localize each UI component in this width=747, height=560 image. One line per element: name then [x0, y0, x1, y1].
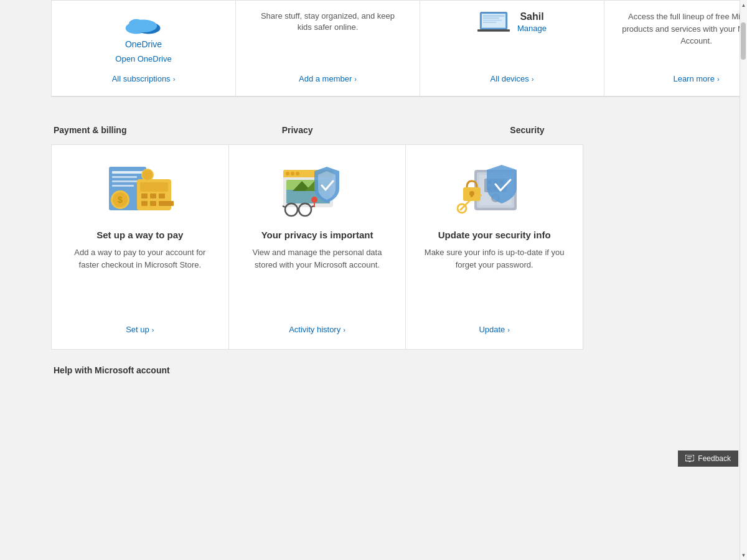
- security-illustration: [457, 157, 532, 220]
- svg-rect-14: [112, 180, 140, 182]
- privacy-header: Privacy: [280, 125, 313, 135]
- privacy-card: Your privacy is important View and manag…: [228, 144, 406, 350]
- devices-card-content: Sahil Manage: [477, 11, 547, 34]
- activity-history-link[interactable]: Activity history ›: [289, 325, 345, 334]
- onedrive-icon: [125, 11, 162, 35]
- family-card-content: Share stuff, stay organized, and keep ki…: [253, 11, 403, 33]
- section-headers-row: Payment & billing Privacy Security: [51, 112, 736, 144]
- svg-point-35: [291, 172, 294, 175]
- svg-rect-25: [159, 201, 174, 206]
- scroll-up-arrow[interactable]: ▲: [740, 0, 748, 10]
- svg-rect-9: [483, 22, 497, 23]
- svg-rect-7: [483, 17, 499, 19]
- microsoft-description: Access the full lineup of free Microsoft…: [622, 11, 748, 47]
- manage-link[interactable]: Manage: [517, 24, 547, 33]
- payment-card: $ Set up a way to pay Add a way to pay t…: [51, 144, 228, 350]
- svg-rect-20: [141, 194, 148, 198]
- svg-marker-70: [688, 461, 691, 462]
- chevron-icon: ›: [173, 75, 176, 83]
- microsoft-account-card: Access the full lineup of free Microsoft…: [604, 0, 747, 96]
- add-member-link[interactable]: Add a member ›: [299, 74, 357, 83]
- onedrive-card: OneDrive Open OneDrive All subscriptions…: [51, 0, 235, 96]
- security-card-heading: Update your security info: [438, 230, 551, 240]
- svg-rect-6: [483, 16, 505, 17]
- svg-rect-23: [141, 201, 148, 206]
- onedrive-service-name: OneDrive: [125, 39, 162, 49]
- top-cards-row: OneDrive Open OneDrive All subscriptions…: [51, 0, 747, 97]
- security-card-desc: Make sure your info is up-to-date if you…: [423, 246, 566, 320]
- chevron-icon: ›: [717, 75, 720, 83]
- main-content: OneDrive Open OneDrive All subscriptions…: [0, 0, 747, 376]
- payment-illustration: $: [103, 157, 177, 220]
- feedback-label: Feedback: [698, 454, 731, 463]
- svg-rect-8: [483, 20, 502, 21]
- help-section: Help with Microsoft account: [51, 365, 738, 376]
- all-subscriptions-link[interactable]: All subscriptions ›: [112, 74, 176, 83]
- svg-point-3: [129, 19, 144, 30]
- payment-billing-header: Payment & billing: [51, 125, 126, 135]
- svg-rect-21: [150, 194, 156, 198]
- device-name-label: Sahil: [517, 11, 547, 22]
- svg-rect-24: [150, 201, 156, 206]
- privacy-card-heading: Your privacy is important: [261, 230, 374, 240]
- privacy-illustration: [280, 157, 355, 220]
- scroll-down-arrow[interactable]: ▼: [740, 550, 748, 560]
- payment-card-heading: Set up a way to pay: [96, 230, 183, 240]
- onedrive-card-content: OneDrive Open OneDrive: [115, 11, 171, 63]
- family-card: Share stuff, stay organized, and keep ki…: [235, 0, 420, 96]
- devices-card: Sahil Manage All devices ›: [420, 0, 604, 96]
- chevron-icon: ›: [507, 326, 510, 334]
- svg-point-41: [311, 197, 317, 203]
- bottom-cards-row: $ Set up a way to pay Add a way to pay t…: [51, 144, 583, 350]
- payment-card-desc: Add a way to pay to your account for fas…: [68, 246, 212, 320]
- open-onedrive-link[interactable]: Open OneDrive: [115, 54, 171, 63]
- page-wrapper: ▲ ▼ OneDrive Open O: [0, 0, 747, 560]
- device-info: Sahil Manage: [517, 11, 547, 34]
- scroll-track: [740, 10, 747, 550]
- security-card: Update your security info Make sure your…: [405, 144, 583, 350]
- svg-point-36: [296, 172, 299, 175]
- feedback-icon: [685, 455, 694, 462]
- chevron-icon: ›: [532, 75, 534, 83]
- setup-link[interactable]: Set up ›: [126, 325, 154, 334]
- scroll-thumb: [741, 22, 746, 60]
- chevron-icon: ›: [152, 326, 154, 334]
- family-description: Share stuff, stay organized, and keep ki…: [253, 11, 403, 33]
- svg-point-30: [143, 170, 153, 180]
- svg-rect-13: [112, 176, 137, 178]
- chevron-icon: ›: [354, 75, 357, 83]
- security-header: Security: [507, 125, 544, 135]
- learn-more-link[interactable]: Learn more ›: [673, 74, 719, 83]
- help-title: Help with Microsoft account: [54, 365, 170, 375]
- feedback-button[interactable]: Feedback: [678, 450, 738, 467]
- svg-rect-19: [140, 182, 168, 192]
- privacy-card-desc: View and manage the personal data stored…: [246, 246, 389, 320]
- all-devices-link[interactable]: All devices ›: [491, 74, 534, 83]
- svg-rect-67: [685, 455, 694, 461]
- scrollbar[interactable]: ▲ ▼: [740, 0, 747, 560]
- svg-point-34: [286, 172, 289, 175]
- microsoft-account-content: Access the full lineup of free Microsoft…: [622, 11, 748, 47]
- update-link[interactable]: Update ›: [479, 325, 510, 334]
- chevron-icon: ›: [343, 326, 345, 334]
- svg-rect-15: [112, 185, 134, 187]
- svg-rect-10: [477, 29, 510, 31]
- svg-text:$: $: [118, 195, 123, 205]
- device-laptop-icon: [477, 11, 510, 34]
- svg-rect-12: [112, 171, 143, 174]
- svg-rect-22: [159, 194, 165, 198]
- device-section: Sahil Manage: [477, 11, 547, 34]
